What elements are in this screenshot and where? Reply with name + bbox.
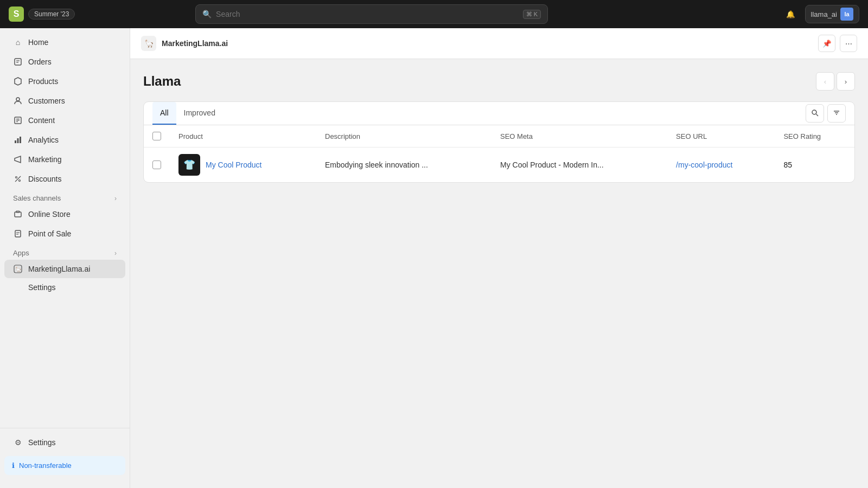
sidebar-item-pos[interactable]: Point of Sale [4, 224, 125, 243]
sidebar-item-label: Orders [28, 57, 52, 66]
sidebar-item-label: Point of Sale [28, 229, 71, 238]
row-seo-rating-cell: 85 [775, 147, 854, 183]
notification-button[interactable]: 🔔 [782, 5, 800, 23]
nav-next-button[interactable]: › [837, 72, 855, 91]
tab-all[interactable]: All [152, 102, 176, 125]
table-card: All Improved [143, 101, 855, 183]
marketing-llama-icon: 🦙 [13, 264, 23, 274]
header-checkbox-cell [144, 125, 170, 147]
row-seo-meta-cell: My Cool Product - Modern In... [492, 147, 667, 183]
sidebar-item-label: Marketing [28, 155, 61, 164]
svg-rect-10 [20, 137, 21, 143]
svg-point-21 [812, 110, 816, 114]
sidebar-item-online-store[interactable]: Online Store [4, 205, 125, 223]
home-icon: ⌂ [13, 37, 23, 47]
discounts-icon [13, 174, 23, 184]
seo-rating: 85 [783, 160, 792, 169]
non-transferable-label: Non-transferable [19, 461, 72, 470]
non-transferable-banner: ℹ Non-transferable [4, 456, 125, 475]
svg-point-12 [19, 180, 21, 182]
header-seo-url: SEO URL [667, 125, 775, 147]
sidebar-item-label: Customers [28, 97, 65, 105]
summer-badge: Summer '23 [28, 9, 75, 20]
svg-line-13 [15, 176, 21, 182]
marketing-icon [13, 155, 23, 164]
app-header-left: 🦙 MarketingLlama.ai [141, 36, 228, 51]
header-checkbox[interactable] [152, 132, 161, 140]
sidebar-item-products[interactable]: Products [4, 72, 125, 91]
header-seo-rating: SEO Rating [775, 125, 854, 147]
app-header: 🦙 MarketingLlama.ai 📌 ⋯ [130, 28, 868, 59]
sidebar-item-label: Online Store [28, 210, 71, 219]
sidebar-item-analytics[interactable]: Analytics [4, 131, 125, 149]
svg-rect-9 [17, 138, 19, 143]
row-checkbox-cell [144, 147, 170, 183]
svg-rect-8 [15, 140, 16, 143]
seo-url-link[interactable]: /my-cool-product [676, 160, 732, 169]
search-filter-button[interactable] [806, 104, 824, 123]
content-area: 🦙 MarketingLlama.ai 📌 ⋯ Llama ‹ › [130, 28, 868, 488]
sales-channels-chevron: › [114, 195, 117, 202]
svg-point-11 [16, 177, 17, 178]
more-button[interactable]: ⋯ [840, 35, 857, 52]
orders-icon [13, 57, 23, 67]
shopify-logo: S Summer '23 [9, 7, 75, 22]
user-avatar: la [840, 8, 853, 21]
table-tabs: All Improved [144, 102, 854, 125]
sidebar-item-discounts[interactable]: Discounts [4, 170, 125, 188]
products-icon [13, 76, 23, 86]
pin-button[interactable]: 📌 [818, 35, 835, 52]
non-transferable-icon: ℹ [12, 461, 15, 470]
data-table: Product Description SEO Meta SEO URL SEO… [144, 125, 854, 182]
row-product-cell: 👕 My Cool Product [170, 147, 316, 183]
apps-section[interactable]: Apps › [4, 243, 125, 259]
search-input[interactable] [216, 10, 519, 18]
header-description: Description [316, 125, 492, 147]
sidebar-item-label: Home [28, 38, 48, 47]
search-icon: 🔍 [202, 10, 212, 18]
sort-icon [833, 109, 840, 118]
customers-icon [13, 96, 23, 106]
sales-channels-section[interactable]: Sales channels › [4, 189, 125, 204]
sidebar-item-marketing[interactable]: Marketing [4, 150, 125, 169]
analytics-icon [13, 135, 23, 145]
row-checkbox[interactable] [152, 160, 161, 169]
page-title-row: Llama ‹ › [143, 72, 855, 91]
sort-button[interactable] [827, 104, 846, 123]
page-content: Llama ‹ › All Improved [130, 59, 868, 488]
apps-chevron: › [114, 249, 117, 257]
search-kbd: ⌘ K [523, 10, 541, 19]
header-seo-meta: SEO Meta [492, 125, 667, 147]
sidebar-item-settings[interactable]: ⚙ Settings [4, 433, 125, 452]
user-menu-button[interactable]: llama_ai la [805, 5, 859, 23]
sidebar-item-orders[interactable]: Orders [4, 53, 125, 71]
sidebar-item-marketing-llama[interactable]: 🦙 MarketingLlama.ai [4, 260, 125, 278]
sidebar-item-label: Content [28, 116, 55, 125]
sidebar-item-label: Settings [28, 438, 56, 447]
app-icon: 🦙 [141, 36, 156, 51]
header-product: Product [170, 125, 316, 147]
sidebar-item-label: Discounts [28, 175, 61, 183]
product-link[interactable]: My Cool Product [206, 160, 261, 169]
search-bar[interactable]: 🔍 ⌘ K [195, 4, 548, 24]
sidebar-item-content[interactable]: Content [4, 111, 125, 130]
app-title: MarketingLlama.ai [162, 39, 228, 48]
sidebar-item-customers[interactable]: Customers [4, 92, 125, 110]
nav-prev-button[interactable]: ‹ [816, 72, 834, 91]
page-title: Llama [143, 74, 181, 89]
sidebar-item-settings-sub[interactable]: Settings [4, 279, 125, 296]
sidebar-item-label: MarketingLlama.ai [28, 265, 90, 273]
sidebar-item-home[interactable]: ⌂ Home [4, 33, 125, 52]
nav-arrows: ‹ › [816, 72, 855, 91]
shopify-logo-icon: S [9, 7, 24, 22]
product-thumbnail: 👕 [178, 154, 200, 176]
settings-icon: ⚙ [13, 438, 23, 447]
sidebar-bottom: ⚙ Settings ℹ Non-transferable [0, 428, 130, 484]
online-store-icon [13, 209, 23, 219]
tab-improved[interactable]: Improved [176, 102, 223, 125]
tabs-left: All Improved [152, 102, 223, 125]
row-description-cell: Embodying sleek innovation ... [316, 147, 492, 183]
table-row: 👕 My Cool Product Embodying sleek innova… [144, 147, 854, 183]
search-filter-icon [811, 109, 819, 118]
sidebar-item-label: Products [28, 77, 58, 86]
